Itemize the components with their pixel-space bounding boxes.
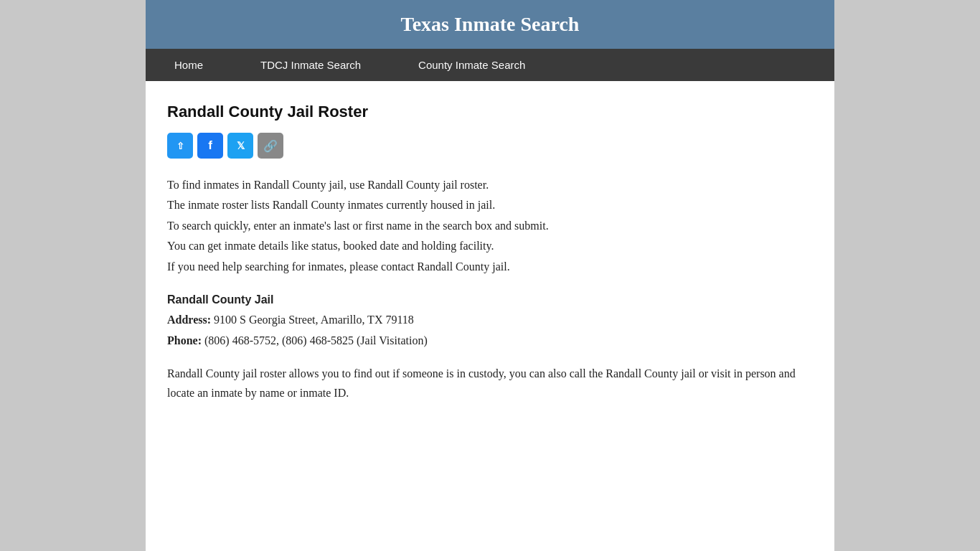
content-area: Randall County Jail Roster ⇧ f 𝕏 🔗 To fi…: [146, 81, 834, 431]
intro-line-1: To find inmates in Randall County jail, …: [167, 176, 813, 194]
intro-line-2: The inmate roster lists Randall County i…: [167, 196, 813, 215]
site-nav: Home TDCJ Inmate Search County Inmate Se…: [146, 49, 834, 81]
jail-address: Address: 9100 S Georgia Street, Amarillo…: [167, 311, 813, 329]
jail-section-title: Randall County Jail: [167, 291, 813, 309]
twitter-button[interactable]: 𝕏: [227, 133, 253, 159]
jail-info-section: Randall County Jail Address: 9100 S Geor…: [167, 291, 813, 350]
copy-link-button[interactable]: 🔗: [258, 133, 283, 159]
nav-county[interactable]: County Inmate Search: [390, 49, 554, 81]
nav-tdcj[interactable]: TDCJ Inmate Search: [232, 49, 390, 81]
site-title: Texas Inmate Search: [160, 13, 820, 36]
intro-section: To find inmates in Randall County jail, …: [167, 176, 813, 276]
share-button[interactable]: ⇧: [167, 133, 193, 159]
site-header: Texas Inmate Search: [146, 0, 834, 49]
intro-line-4: You can get inmate details like status, …: [167, 237, 813, 255]
phone-label-bold: Phone:: [167, 334, 204, 347]
page-title: Randall County Jail Roster: [167, 103, 813, 121]
intro-line-3: To search quickly, enter an inmate's las…: [167, 217, 813, 235]
address-value: 9100 S Georgia Street, Amarillo, TX 7911…: [214, 314, 414, 326]
facebook-icon: f: [208, 138, 212, 153]
intro-line-5: If you need help searching for inmates, …: [167, 258, 813, 276]
nav-home[interactable]: Home: [146, 49, 232, 81]
social-buttons: ⇧ f 𝕏 🔗: [167, 133, 813, 159]
jail-phone: Phone: (806) 468-5752, (806) 468-5825 (J…: [167, 331, 813, 350]
facebook-button[interactable]: f: [197, 133, 223, 159]
copy-icon: 🔗: [263, 139, 278, 153]
closing-text: Randall County jail roster allows you to…: [167, 364, 813, 402]
twitter-icon: 𝕏: [237, 140, 245, 151]
phone-value: (806) 468-5752, (806) 468-5825 (Jail Vis…: [204, 334, 428, 347]
address-label-bold: Address:: [167, 314, 214, 326]
